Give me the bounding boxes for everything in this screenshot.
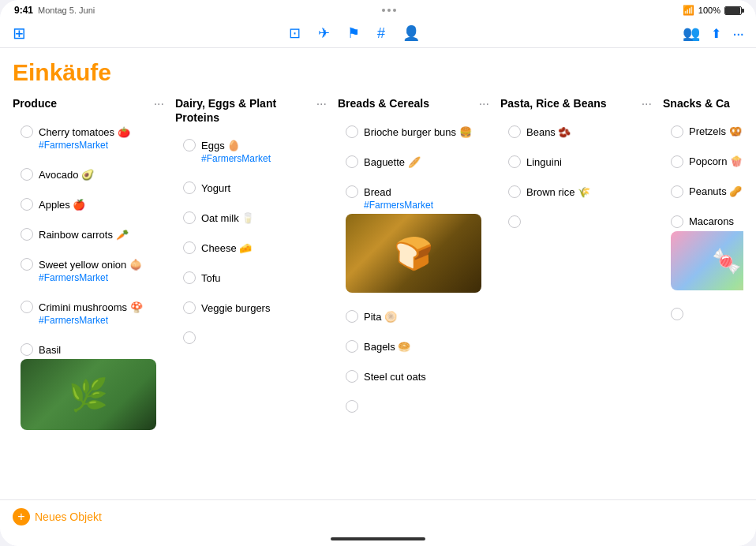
add-button[interactable]: + Neues Objekt bbox=[13, 508, 102, 525]
list-item: Oat milk 🥛 bbox=[175, 205, 327, 230]
list-item: Basil bbox=[13, 337, 164, 436]
item-label: Cheese 🧀 bbox=[201, 242, 252, 254]
item-checkbox[interactable] bbox=[346, 310, 358, 323]
item-label: Macarons bbox=[689, 215, 734, 227]
status-time: 9:41 bbox=[14, 5, 33, 16]
item-checkbox[interactable] bbox=[183, 139, 196, 151]
column-header-dairy: Dairy, Eggs & Plant Proteins ··· bbox=[175, 97, 327, 125]
list-item: Macarons bbox=[663, 209, 743, 297]
item-label: Basil bbox=[39, 344, 61, 356]
item-checkbox[interactable] bbox=[183, 211, 196, 224]
list-item: Steel cut oats bbox=[338, 364, 489, 389]
item-checkbox[interactable] bbox=[21, 125, 33, 138]
item-label: Eggs 🥚 bbox=[201, 140, 240, 151]
item-checkbox[interactable] bbox=[21, 301, 33, 313]
list-item: Pita 🫓 bbox=[338, 304, 489, 329]
column-more-produce[interactable]: ··· bbox=[149, 97, 164, 111]
item-label: Veggie burgers bbox=[201, 302, 270, 314]
item-checkbox[interactable] bbox=[671, 155, 683, 168]
column-pasta: Pasta, Rice & Beans ··· Beans 🫘 Linguini bbox=[500, 97, 652, 234]
item-tag[interactable]: #FarmersMarket bbox=[183, 153, 319, 164]
item-checkbox[interactable] bbox=[671, 125, 683, 138]
item-checkbox[interactable] bbox=[346, 340, 358, 353]
add-circle bbox=[346, 400, 358, 413]
navigate-icon[interactable]: ✈ bbox=[318, 24, 330, 42]
people-icon[interactable]: 👥 bbox=[683, 24, 700, 42]
add-plus-icon: + bbox=[13, 508, 30, 525]
list-item: Bread #FarmersMarket bbox=[338, 179, 489, 299]
item-checkbox[interactable] bbox=[183, 301, 196, 314]
column-header-snacks: Snacks & Ca bbox=[663, 97, 743, 111]
column-title-pasta: Pasta, Rice & Beans bbox=[500, 97, 637, 111]
item-checkbox[interactable] bbox=[21, 168, 33, 181]
list-item: Sweet yellow onion 🧅 #FarmersMarket bbox=[13, 252, 164, 290]
item-checkbox[interactable] bbox=[508, 125, 521, 138]
item-checkbox[interactable] bbox=[671, 215, 683, 228]
status-dots bbox=[382, 9, 396, 12]
page-title: Einkäufe bbox=[13, 59, 743, 86]
list-item: Apples 🍎 bbox=[13, 192, 164, 217]
item-checkbox[interactable] bbox=[346, 370, 358, 383]
column-title-snacks: Snacks & Ca bbox=[663, 97, 743, 111]
add-row[interactable] bbox=[663, 301, 743, 327]
item-tag[interactable]: #FarmersMarket bbox=[346, 200, 481, 211]
add-circle bbox=[508, 215, 521, 228]
basil-image bbox=[21, 359, 156, 430]
item-checkbox[interactable] bbox=[183, 271, 196, 284]
item-label: Linguini bbox=[526, 156, 562, 168]
item-checkbox[interactable] bbox=[346, 155, 358, 168]
person-icon[interactable]: 👤 bbox=[402, 24, 420, 42]
grid-icon[interactable]: ⊡ bbox=[289, 24, 301, 42]
item-checkbox[interactable] bbox=[346, 125, 358, 138]
hashtag-icon[interactable]: # bbox=[377, 25, 385, 42]
item-checkbox[interactable] bbox=[183, 181, 196, 194]
battery-percent: 100% bbox=[698, 6, 720, 15]
flag-icon[interactable]: ⚑ bbox=[347, 24, 360, 42]
list-item: Beans 🫘 bbox=[500, 119, 652, 144]
list-item: Veggie burgers bbox=[175, 295, 327, 320]
column-breads: Breads & Cereals ··· Brioche burger buns… bbox=[338, 97, 489, 419]
item-label: Pretzels 🥨 bbox=[689, 125, 742, 137]
add-row[interactable] bbox=[500, 209, 652, 234]
list-item: Peanuts 🥜 bbox=[663, 179, 743, 204]
battery-icon bbox=[724, 6, 742, 15]
item-tag[interactable]: #FarmersMarket bbox=[21, 140, 156, 151]
column-snacks: Snacks & Ca Pretzels 🥨 Popcorn 🍿 bbox=[663, 97, 743, 327]
item-checkbox[interactable] bbox=[21, 228, 33, 241]
item-checkbox[interactable] bbox=[21, 343, 33, 356]
add-row[interactable] bbox=[175, 325, 327, 350]
item-checkbox[interactable] bbox=[183, 241, 196, 254]
bottom-bar: + Neues Objekt bbox=[0, 499, 756, 532]
item-label: Apples 🍎 bbox=[39, 199, 85, 211]
item-checkbox[interactable] bbox=[346, 185, 358, 198]
item-label: Crimini mushrooms 🍄 bbox=[39, 301, 143, 313]
column-header-produce: Produce ··· bbox=[13, 97, 164, 111]
item-checkbox[interactable] bbox=[508, 155, 521, 168]
column-more-pasta[interactable]: ··· bbox=[637, 97, 652, 111]
add-label: Neues Objekt bbox=[35, 510, 102, 523]
column-more-dairy[interactable]: ··· bbox=[312, 97, 327, 111]
item-checkbox[interactable] bbox=[671, 185, 683, 198]
list-item: Brioche burger buns 🍔 bbox=[338, 119, 489, 144]
column-produce: Produce ··· Cherry tomatoes 🍅 #FarmersMa… bbox=[13, 97, 164, 436]
share-icon[interactable]: ⬆ bbox=[711, 26, 721, 41]
column-more-breads[interactable]: ··· bbox=[474, 97, 489, 111]
device-frame: 9:41 Montag 5. Juni 📶 100% ⊞ ⊡ ✈ ⚑ # 👤 bbox=[0, 0, 756, 546]
column-dairy: Dairy, Eggs & Plant Proteins ··· Eggs 🥚 … bbox=[175, 97, 327, 350]
columns-container: Produce ··· Cherry tomatoes 🍅 #FarmersMa… bbox=[13, 97, 743, 499]
list-item: Crimini mushrooms 🍄 #FarmersMarket bbox=[13, 294, 164, 332]
item-tag[interactable]: #FarmersMarket bbox=[21, 272, 156, 283]
bread-image bbox=[346, 214, 481, 293]
item-checkbox[interactable] bbox=[21, 198, 33, 211]
main-content: Einkäufe Produce ··· Cherry tomatoes 🍅 #… bbox=[0, 48, 756, 499]
list-item: Baguette 🥖 bbox=[338, 149, 489, 174]
item-checkbox[interactable] bbox=[21, 258, 33, 271]
more-icon[interactable]: ··· bbox=[732, 24, 743, 43]
item-checkbox[interactable] bbox=[508, 185, 521, 198]
item-tag[interactable]: #FarmersMarket bbox=[21, 315, 156, 326]
status-date: Montag 5. Juni bbox=[38, 6, 95, 15]
list-item: Popcorn 🍿 bbox=[663, 149, 743, 174]
macarons-image bbox=[671, 231, 743, 290]
add-row[interactable] bbox=[338, 394, 489, 419]
sidebar-toggle-icon[interactable]: ⊞ bbox=[13, 24, 26, 42]
